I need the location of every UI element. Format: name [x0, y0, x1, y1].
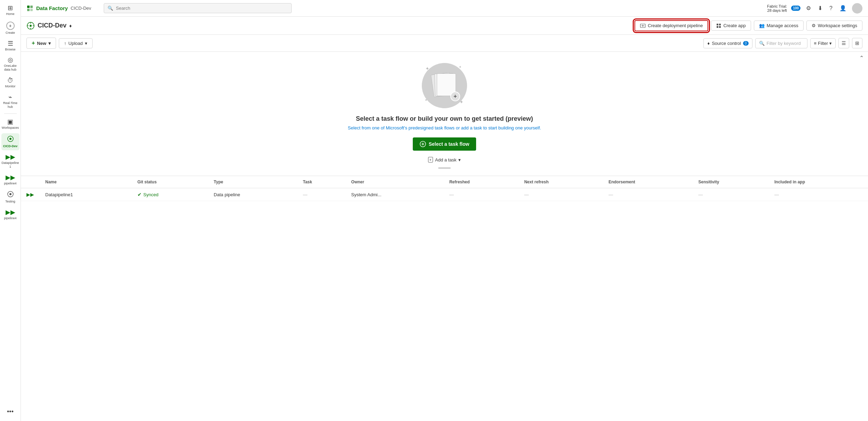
sheets-graphic: +	[431, 72, 458, 100]
sidebar-item-label: Create	[6, 31, 15, 35]
fabric-trial: Fabric Trial: 28 days left	[767, 4, 787, 13]
sidebar-item-pipeline4-1[interactable]: ▶▶ pipeline4	[1, 172, 19, 188]
create-app-button[interactable]: Create app	[711, 21, 751, 31]
monitor-icon: ⏱	[7, 77, 14, 84]
hero-section: ⌃ ✦ ✦ ✦ ✦ + Select a task flow or build …	[21, 52, 868, 176]
list-view-button[interactable]: ☰	[838, 38, 849, 48]
deployment-icon	[640, 23, 646, 29]
onelake-icon: ◎	[8, 57, 13, 63]
col-type: Type	[208, 176, 297, 188]
source-control-button[interactable]: ♦ Source control 0	[703, 38, 752, 48]
sidebar-item-label: OneLake data hub	[4, 64, 17, 72]
sidebar-item-cicddev[interactable]: CICD-Dev	[1, 133, 19, 150]
sidebar-item-realtime[interactable]: ⌁ Real-Time hub	[1, 92, 19, 111]
filter-button[interactable]: ≡ Filter ▾	[810, 38, 836, 48]
sparkle-3: ✦	[425, 98, 427, 102]
notification-badge[interactable]: 100	[791, 6, 800, 11]
col-refreshed: Refreshed	[444, 176, 519, 188]
hero-subtitle-suffix: or add a task to start building one your…	[455, 125, 541, 130]
table-row[interactable]: ▶▶ Datapipeline1 ✔ Synced Data pipeline …	[21, 188, 868, 201]
grid-view-button[interactable]: ⊞	[852, 38, 862, 48]
svg-rect-12	[719, 24, 721, 25]
sidebar-item-label: Testing	[5, 200, 15, 204]
col-included-in-app: Included in app	[769, 176, 868, 188]
brand-name: Data Factory	[36, 5, 68, 11]
sparkle-1: ✦	[425, 66, 429, 71]
row-included-in-app: —	[769, 188, 868, 201]
col-sensitivity: Sensitivity	[693, 176, 769, 188]
sidebar-divider	[4, 113, 17, 114]
upload-icon: ↑	[64, 41, 66, 46]
topbar: Data Factory CICD-Dev 🔍 Fabric Trial: 28…	[21, 0, 868, 17]
search-bar[interactable]: 🔍	[104, 3, 292, 13]
sidebar-item-label: pipeline4	[4, 182, 16, 185]
add-task-icon: +	[428, 157, 433, 162]
svg-rect-11	[717, 24, 718, 25]
new-button[interactable]: + New ▾	[26, 38, 56, 49]
sidebar-item-create[interactable]: + Create	[1, 19, 19, 37]
browse-icon: ☰	[8, 40, 13, 47]
workspace-actions: Create deployment pipeline Create app 👥 …	[634, 20, 862, 31]
sidebar-item-workspaces[interactable]: ▣ Workspaces	[1, 117, 19, 132]
sidebar-item-label: pipeline4	[4, 216, 16, 220]
upload-button[interactable]: ↑ Upload ▾	[59, 38, 93, 48]
manage-access-button[interactable]: 👥 Manage access	[754, 21, 804, 31]
svg-point-1	[9, 138, 11, 140]
create-deployment-button[interactable]: Create deployment pipeline	[634, 20, 708, 31]
filter-input[interactable]: 🔍 Filter by keyword	[755, 38, 807, 48]
people-icon[interactable]: 👤	[838, 3, 848, 13]
sidebar-item-label: CICD-Dev	[3, 144, 18, 148]
workspace-settings-button[interactable]: ⚙ Workspace settings	[806, 21, 862, 31]
topbar-right: Fabric Trial: 28 days left 100 ⚙ ⬇ ? 👤	[767, 3, 862, 14]
filter-search-icon: 🔍	[759, 41, 765, 46]
sidebar-item-datapipeline1[interactable]: ▶▶ Datapipeline 1	[1, 152, 19, 171]
download-icon[interactable]: ⬇	[816, 3, 824, 13]
realtime-icon: ⌁	[8, 94, 12, 100]
pipeline-row-icon: ▶▶	[26, 192, 34, 197]
workspaces-icon: ▣	[7, 119, 13, 125]
sidebar-item-monitor[interactable]: ⏱ Monitor	[1, 75, 19, 90]
sidebar-item-label: Home	[6, 12, 14, 16]
more-options[interactable]: •••	[4, 405, 16, 418]
svg-rect-13	[717, 26, 718, 28]
sidebar-item-label: Real-Time hub	[3, 101, 17, 109]
collapse-button[interactable]: ⌃	[859, 55, 864, 61]
hero-title: Select a task flow or build your own to …	[356, 115, 533, 122]
sidebar-item-pipeline4-2[interactable]: ▶▶ pipeline4	[1, 207, 19, 222]
brand: Data Factory CICD-Dev	[26, 5, 91, 12]
search-input[interactable]	[116, 6, 288, 11]
col-icon	[21, 176, 40, 188]
help-icon[interactable]: ?	[828, 4, 834, 13]
row-task: —	[297, 188, 346, 201]
toolbar: + New ▾ ↑ Upload ▾ ♦ Source control 0 🔍 …	[21, 35, 868, 52]
toolbar-right: ♦ Source control 0 🔍 Filter by keyword ≡…	[703, 38, 862, 48]
row-owner: System Admi...	[346, 188, 444, 201]
add-task-button[interactable]: + Add a task ▾	[423, 155, 466, 165]
sidebar-item-label: Datapipeline 1	[1, 161, 19, 169]
main-area: Data Factory CICD-Dev 🔍 Fabric Trial: 28…	[21, 0, 868, 421]
sidebar-item-browse[interactable]: ☰ Browse	[1, 38, 19, 54]
synced-label: Synced	[143, 192, 158, 197]
sidebar-item-home[interactable]: ⊞ Home	[1, 3, 19, 18]
hero-illustration: ✦ ✦ ✦ ✦ +	[422, 63, 467, 108]
sidebar-item-onelake[interactable]: ◎ OneLake data hub	[1, 55, 19, 74]
hero-subtitle-link[interactable]: one of Microsoft's predesigned task flow…	[372, 125, 455, 130]
collapse-bar[interactable]	[438, 167, 451, 169]
row-icon-cell: ▶▶	[21, 188, 40, 201]
workspace-header: CICD-Dev ♦ Create deployment pipeline Cr…	[21, 17, 868, 35]
filter-icon: ≡	[814, 41, 817, 46]
workspace-title: CICD-Dev ♦	[26, 22, 72, 30]
sidebar-item-label: Monitor	[5, 85, 15, 88]
settings-icon[interactable]: ⚙	[805, 3, 812, 13]
sidebar-item-testing[interactable]: Testing	[1, 189, 19, 206]
search-icon: 🔍	[108, 6, 113, 11]
svg-rect-7	[30, 9, 33, 11]
workspace-name-title: CICD-Dev	[38, 22, 66, 29]
hero-subtitle-prefix: Select from	[348, 125, 372, 130]
col-next-refresh: Next refresh	[519, 176, 603, 188]
svg-rect-5	[30, 6, 33, 8]
select-task-flow-button[interactable]: Select a task flow	[413, 137, 476, 151]
pipeline4b-icon: ▶▶	[6, 209, 15, 215]
workspace-icon	[26, 22, 35, 30]
avatar[interactable]	[852, 3, 862, 14]
